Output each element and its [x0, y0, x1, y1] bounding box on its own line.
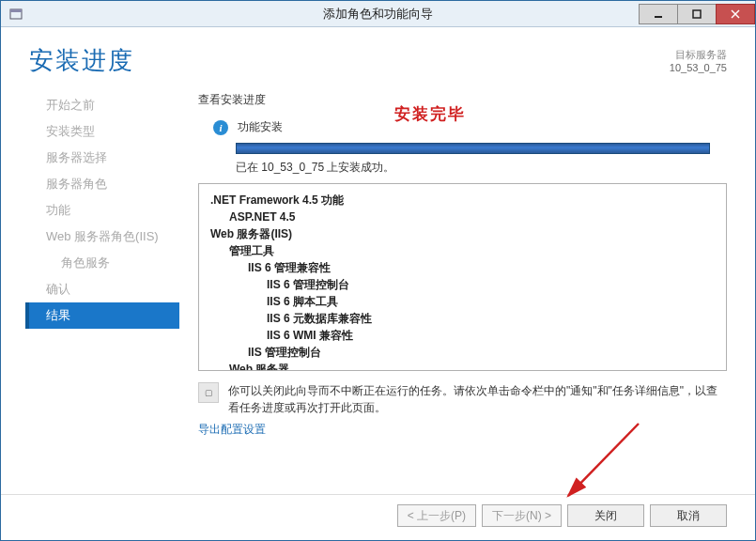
close-button[interactable]: 关闭 — [567, 504, 644, 527]
feature-item: Web 服务器 — [210, 361, 715, 371]
feature-item: IIS 6 管理控制台 — [210, 276, 715, 293]
feature-item: IIS 6 脚本工具 — [210, 293, 715, 310]
svg-rect-3 — [693, 10, 701, 18]
close-note: 你可以关闭此向导而不中断正在运行的任务。请依次单击命令栏中的"通知"和"任务详细… — [228, 382, 727, 416]
feature-item: .NET Framework 4.5 功能 — [210, 192, 715, 209]
feature-list[interactable]: .NET Framework 4.5 功能ASP.NET 4.5Web 服务器(… — [198, 183, 727, 371]
feature-item: ASP.NET 4.5 — [210, 209, 715, 225]
feature-item: IIS 6 元数据库兼容性 — [210, 310, 715, 327]
sidebar-item-3: 服务器角色 — [29, 171, 179, 197]
sidebar-item-4: 功能 — [29, 197, 179, 224]
feature-item: 管理工具 — [210, 242, 715, 259]
status-text: 功能安装 — [238, 119, 283, 135]
svg-rect-1 — [10, 9, 22, 12]
titlebar: 添加角色和功能向导 — [1, 1, 755, 27]
sidebar-item-1: 安装类型 — [29, 118, 179, 145]
info-icon: i — [213, 120, 228, 135]
annotation-text: 安装完毕 — [394, 103, 466, 125]
cancel-button[interactable]: 取消 — [650, 504, 727, 527]
server-label: 目标服务器 — [670, 48, 727, 62]
sidebar-item-2: 服务器选择 — [29, 145, 179, 171]
feature-item: IIS 6 WMI 兼容性 — [210, 327, 715, 344]
wizard-sidebar: 开始之前安装类型服务器选择服务器角色功能Web 服务器角色(IIS)角色服务确认… — [29, 85, 179, 494]
sidebar-item-5: Web 服务器角色(IIS) — [29, 224, 179, 250]
minimize-button[interactable] — [639, 4, 678, 24]
window-title: 添加角色和功能向导 — [323, 6, 433, 23]
app-icon — [8, 7, 23, 22]
flag-icon: ▢ — [198, 382, 219, 403]
page-title: 安装进度 — [29, 44, 670, 77]
sidebar-item-0: 开始之前 — [29, 92, 179, 118]
success-message: 已在 10_53_0_75 上安装成功。 — [198, 160, 727, 176]
export-config-link[interactable]: 导出配置设置 — [198, 422, 727, 443]
feature-item: Web 服务器(IIS) — [210, 225, 715, 242]
next-button: 下一步(N) > — [482, 504, 562, 527]
feature-item: IIS 管理控制台 — [210, 344, 715, 361]
progress-bar — [236, 143, 710, 154]
sidebar-item-7: 确认 — [29, 276, 179, 302]
target-server-info: 目标服务器 10_53_0_75 — [670, 48, 727, 73]
sidebar-item-8: 结果 — [25, 302, 179, 329]
server-name: 10_53_0_75 — [670, 62, 727, 73]
feature-item: IIS 6 管理兼容性 — [210, 259, 715, 276]
sidebar-item-6: 角色服务 — [29, 250, 179, 276]
close-window-button[interactable] — [716, 4, 755, 24]
previous-button: < 上一步(P) — [397, 504, 476, 527]
maximize-button[interactable] — [677, 4, 717, 24]
